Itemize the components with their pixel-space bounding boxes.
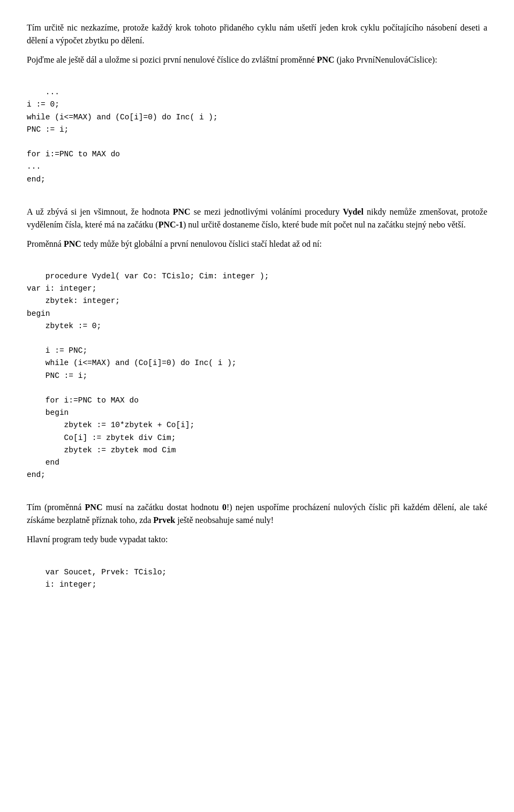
code2-zbytek-init: zbytek := 0; [27, 322, 101, 330]
paragraph-5: Tím (proměnná PNC musí na začátku dostat… [27, 501, 487, 527]
code1-ellipsis: ... [46, 88, 59, 96]
code1-i-init: i := 0; [27, 100, 59, 109]
code2-coi-assign: Co[i] := zbytek div Cim; [27, 434, 176, 442]
code1-while: while (i<=MAX) and (Co[i]=0) do Inc( i )… [27, 113, 218, 122]
p2-text-start: Pojďme ale ještě dál a uložme si pozici … [27, 55, 317, 64]
p5-text-end2: ještě neobsahuje samé nuly! [175, 515, 274, 525]
code1-ellipsis2: ... [27, 162, 41, 171]
p2-text-end: (jako PrvníNenulováCíslice): [335, 55, 437, 64]
paragraph-2: Pojďme ale ještě dál a uložme si pozici … [27, 54, 487, 66]
code1-end: end; [27, 175, 46, 184]
code2-begin: begin [27, 309, 50, 318]
p3-text-mid: se mezi jednotlivými voláními procedury [191, 207, 343, 216]
p5-bold-zero: 0 [222, 503, 226, 512]
code3-var-decl: var Soucet, Prvek: TCislo; [46, 568, 167, 576]
code2-var-i: var i: integer; [27, 284, 97, 293]
code2-begin-inner: begin [27, 408, 69, 417]
code-block-1: ... i := 0; while (i<=MAX) and (Co[i]=0)… [27, 74, 487, 198]
p5-text-start: Tím (proměnná [27, 503, 85, 512]
code2-proc-decl: procedure Vydel( var Co: TCislo; Cim: in… [46, 272, 269, 280]
code2-i-pnc: i := PNC; [27, 346, 87, 355]
p3-bold-pnc-1: PNC-1 [158, 220, 183, 229]
code-block-3: var Soucet, Prvek: TCislo; i: integer; [27, 553, 487, 603]
p3-text-start: A už zbývá si jen všimnout, že hodnota [27, 207, 173, 216]
p3-bold-pnc: PNC [173, 207, 191, 216]
code1-pnc-assign: PNC := i; [27, 125, 69, 134]
code2-pnc-assign: PNC := i; [27, 371, 87, 380]
code1-for: for i:=PNC to MAX do [27, 150, 120, 158]
p5-text-mid: musí na začátku dostat hodnotu [102, 503, 222, 512]
p3-bold-vydel: Vydel [343, 207, 364, 216]
code2-end-inner: end [27, 458, 59, 467]
code2-end: end; [27, 470, 46, 479]
paragraph-1: Tím určitě nic nezkazíme, protože každý … [27, 21, 487, 47]
paragraph-3: A už zbývá si jen všimnout, že hodnota P… [27, 206, 487, 231]
p4-text-start: Proměnná [27, 239, 64, 248]
code2-var-zbytek: zbytek: integer; [27, 297, 120, 305]
p5-bold-prvek: Prvek [153, 515, 175, 525]
code-block-2: procedure Vydel( var Co: TCislo; Cim: in… [27, 258, 487, 494]
paragraph-6: Hlavní program tedy bude vypadat takto: [27, 533, 487, 546]
code3-i-decl: i: integer; [27, 580, 97, 589]
p3-text-end2: ) nul určitě dostaneme číslo, které bude… [183, 220, 466, 229]
p4-text-end: tedy může být globální a první nenulovou… [81, 239, 322, 248]
code2-zbytek-calc: zbytek := 10*zbytek + Co[i]; [27, 421, 194, 429]
p5-bold-pnc: PNC [85, 503, 103, 512]
code2-for: for i:=PNC to MAX do [27, 396, 139, 405]
p2-bold-pnc: PNC [317, 55, 335, 64]
paragraph-4: Proměnná PNC tedy může být globální a pr… [27, 238, 487, 251]
page-content: Tím určitě nic nezkazíme, protože každý … [27, 21, 487, 603]
code2-while: while (i<=MAX) and (Co[i]=0) do Inc( i )… [27, 359, 237, 367]
p4-bold-pnc: PNC [64, 239, 81, 248]
code2-zbytek-mod: zbytek := zbytek mod Cim [27, 446, 176, 454]
